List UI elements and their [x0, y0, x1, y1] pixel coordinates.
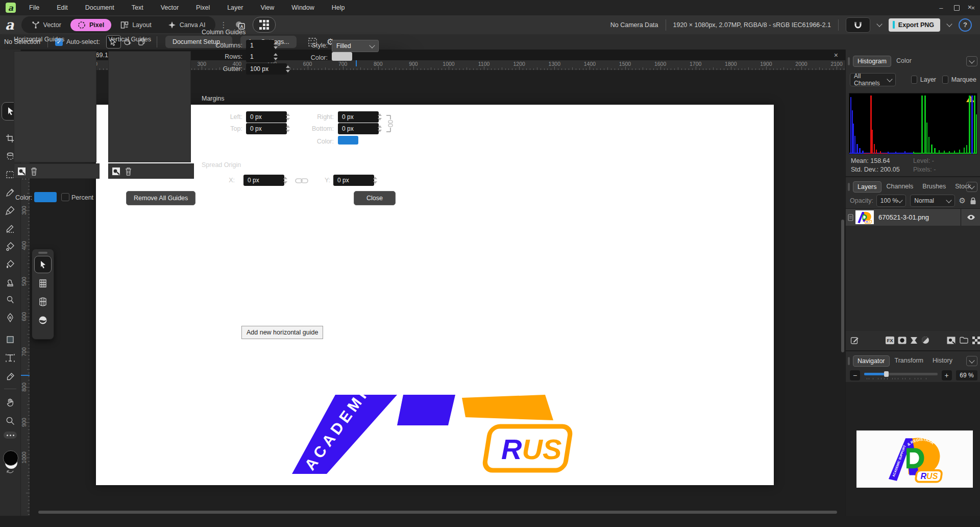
rows-stepper[interactable]	[273, 51, 279, 62]
tab-histogram[interactable]: Histogram	[853, 56, 891, 67]
spread-x-field[interactable]: 0 px	[243, 175, 284, 186]
columns-field[interactable]: 1	[246, 40, 275, 51]
layers-empty-area[interactable]	[846, 226, 980, 331]
persona-vector[interactable]: Vector	[24, 19, 68, 31]
percent-checkbox[interactable]	[61, 193, 69, 201]
zoom-value[interactable]: 69 %	[956, 370, 977, 380]
vertical-scrollbar[interactable]	[841, 220, 844, 352]
liquify-tool[interactable]	[35, 312, 51, 328]
zoom-in-button[interactable]: +	[942, 370, 952, 380]
gutter-stepper[interactable]	[285, 63, 291, 75]
layer-visibility-toggle[interactable]	[961, 209, 980, 226]
add-vertical-guide-icon[interactable]	[112, 167, 120, 176]
dialog-close-icon[interactable]: ×	[968, 3, 972, 11]
zoom-slider-thumb[interactable]	[884, 371, 889, 377]
channel-select[interactable]: All Channels	[850, 73, 896, 86]
snapping-dropdown-icon[interactable]	[876, 21, 882, 27]
color-picker-tool[interactable]	[5, 371, 16, 382]
tab-layers[interactable]: Layers	[853, 181, 881, 193]
spread-x-stepper[interactable]	[282, 175, 288, 186]
perspective-warp-tool[interactable]	[35, 294, 51, 310]
horizontal-scrollbar[interactable]	[38, 511, 837, 514]
margin-right-field[interactable]: 0 px	[338, 111, 379, 123]
column-color-swatch[interactable]	[332, 52, 352, 61]
gutter-field[interactable]: 100 px	[246, 63, 287, 75]
live-filter-icon[interactable]	[921, 336, 929, 344]
help-button[interactable]: ?	[959, 18, 972, 32]
flood-select-tool[interactable]	[5, 187, 16, 198]
margin-bottom-field[interactable]: 0 px	[338, 123, 379, 134]
document-page[interactable]: ACADEMIC SUPPORT RUS	[96, 105, 774, 485]
mesh-warp-tool[interactable]	[35, 275, 51, 292]
menu-item-view[interactable]: View	[260, 4, 274, 11]
vertical-guides-list[interactable]	[108, 51, 191, 162]
lock-icon[interactable]	[970, 197, 976, 205]
margin-left-stepper[interactable]	[285, 111, 291, 123]
more-tools-button[interactable]	[4, 432, 17, 439]
margins-color-swatch[interactable]	[338, 136, 358, 145]
clone-stamp-tool[interactable]	[5, 276, 16, 288]
tab-color[interactable]: Color	[892, 56, 916, 67]
menu-item-text[interactable]: Text	[132, 4, 143, 11]
panel-grip[interactable]	[848, 357, 850, 365]
panel-grip[interactable]	[848, 183, 850, 191]
tab-transform[interactable]: Transform	[891, 355, 928, 367]
snapping-button[interactable]	[846, 17, 870, 33]
erase-brush-tool[interactable]	[5, 258, 16, 270]
rectangle-tool[interactable]	[5, 334, 16, 345]
columns-stepper[interactable]	[273, 40, 279, 51]
rows-field[interactable]: 1	[246, 51, 275, 62]
opacity-dropdown[interactable]: 100 %	[876, 195, 906, 207]
pan-tool[interactable]	[5, 397, 16, 408]
menu-item-help[interactable]: Help	[332, 4, 345, 11]
menu-item-document[interactable]: Document	[85, 4, 114, 11]
minimize-button[interactable]: –	[939, 4, 943, 12]
close-document-icon[interactable]: ×	[834, 51, 838, 59]
layer-row[interactable]: RUS 670521-3-01.png	[846, 208, 980, 226]
margin-right-stepper[interactable]	[377, 111, 383, 123]
menu-item-vector[interactable]: Vector	[161, 4, 179, 11]
panel-grip[interactable]	[848, 57, 850, 65]
tab-channels[interactable]: Channels	[883, 181, 918, 193]
persona-pixel[interactable]: Pixel	[70, 19, 111, 31]
delete-vertical-guide-icon[interactable]	[125, 167, 132, 176]
layer-state-icon[interactable]	[848, 214, 853, 221]
zoom-out-button[interactable]: −	[850, 370, 860, 380]
delete-horizontal-guide-icon[interactable]	[30, 167, 38, 176]
studio-layout-icon[interactable]	[253, 17, 276, 33]
layers-panel-menu-icon[interactable]	[966, 182, 977, 192]
edit-adjustment-icon[interactable]	[850, 336, 859, 345]
export-dropdown-icon[interactable]	[946, 21, 952, 27]
navigator-page-thumbnail[interactable]: & REGISTRAR ACADEMIC SUPPORT RUS	[856, 430, 973, 488]
close-button[interactable]: Close	[354, 191, 396, 205]
pen-tool[interactable]	[5, 312, 16, 323]
tab-brushes[interactable]: Brushes	[918, 181, 950, 193]
export-button[interactable]: Export PNG	[889, 18, 940, 32]
navigator-preview[interactable]: & REGISTRAR ACADEMIC SUPPORT RUS	[846, 382, 980, 516]
blend-options-gear-icon[interactable]: ⚙	[959, 196, 966, 205]
margins-link-icon[interactable]	[385, 113, 394, 134]
margin-top-field[interactable]: 0 px	[246, 123, 287, 134]
histogram-warning-icon[interactable]: !	[966, 95, 974, 102]
spread-y-stepper[interactable]	[372, 175, 378, 186]
layer-thumbnail[interactable]: RUS	[855, 210, 874, 224]
menu-item-file[interactable]: File	[29, 4, 39, 11]
smart-brush-tool[interactable]	[5, 241, 16, 252]
color-wells[interactable]	[2, 449, 18, 476]
dodge-burn-tool[interactable]	[5, 294, 16, 305]
node-tool[interactable]	[34, 256, 52, 273]
persona-layout[interactable]: Layout	[113, 19, 159, 31]
histogram-panel-menu-icon[interactable]	[966, 56, 977, 66]
menu-item-window[interactable]: Window	[291, 4, 314, 11]
spread-link-icon[interactable]	[295, 178, 310, 184]
menu-item-pixel[interactable]: Pixel	[196, 4, 210, 11]
tab-history[interactable]: History	[928, 355, 957, 367]
adjustment-icon[interactable]	[910, 337, 918, 344]
remove-all-guides-button[interactable]: Remove All Guides	[126, 191, 195, 205]
margin-left-field[interactable]: 0 px	[246, 111, 287, 123]
horizontal-guides-list[interactable]	[14, 51, 96, 162]
group-folder-icon[interactable]	[960, 337, 968, 344]
fill-checker-icon[interactable]	[972, 337, 980, 344]
frame-text-tool[interactable]	[5, 352, 16, 364]
style-dropdown[interactable]: Filled	[332, 40, 379, 52]
